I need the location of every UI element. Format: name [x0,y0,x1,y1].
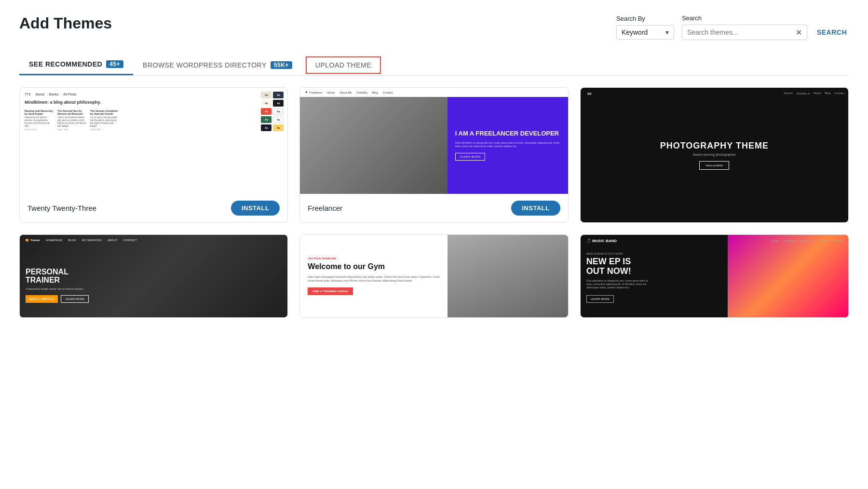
tt3-swatch-row-5: Aa Aa [261,124,284,131]
trainer-learn-btn[interactable]: LEARN MORE [61,295,89,303]
page-wrapper: Add Themes Search By Keyword ▾ Search ✕ … [0,0,868,489]
theme-card-twenty-twenty-three: TT3 About Books All Posts Mindblown: a b… [19,87,288,223]
book-3: The Human Condition by Hannah Arendt I t… [90,109,119,131]
rb-nav-contact: Contact [832,239,842,243]
freelancer-nav-home: Home [327,91,335,94]
tt3-swatch-row-1: Aa Aa [261,92,284,98]
freelancer-logo: ✦Freelance [305,90,322,95]
gym-photo [448,235,568,317]
photography-portfolio-btn[interactable]: View portfolio [699,161,729,170]
search-input[interactable] [682,25,791,40]
photo-nav-about: About [814,92,821,95]
trainer-nav-homepage: HOMEPAGE [46,239,62,242]
swatch-9: Aa [261,124,271,131]
keyword-select[interactable]: Keyword ▾ [616,25,674,40]
theme-info-trainer: Personal Trainer INSTALL [20,317,287,318]
trainer-logo-dot [26,239,28,242]
search-by-group: Search By Keyword ▾ [616,15,674,40]
search-button[interactable]: SEARCH [815,28,849,40]
gym-overline: SECTION OVERLINE [308,257,439,260]
book-2-desc: I feel a cold northern breeze play upon … [57,116,86,127]
tab-directory-badge: 55K+ [271,61,292,69]
theme-preview-freelancer: ✦Freelance Home About Me Portfolio Blog … [300,88,568,194]
rockband-description: Click edit button to change this text. L… [586,279,654,289]
trainer-headline: PERSONALTRAINER [26,268,89,285]
trainer-nav: Trainer HOMEPAGE BLOG MY SERVICES ABOUT … [20,239,287,242]
trainer-cta-buttons: BOOK A SERVICE LEARN MORE [26,295,89,303]
tab-recommended-badge: 45+ [106,60,123,68]
rb-nav-home: Home [772,239,779,243]
tab-upload-label: UPLOAD THEME [315,61,371,69]
theme-card-rock-band: 🎵 MUSIC BAND Home Our Story Discography … [580,234,849,318]
freelancer-description: Click edit button to change this text. L… [455,141,560,148]
gym-find-group-btn[interactable]: FIND A TRAINING GROUP [308,287,353,295]
rockband-learn-more-btn[interactable]: LEARN MORE [586,295,614,303]
tab-upload-theme[interactable]: UPLOAD THEME [306,56,381,74]
gym-bg-img [448,235,568,317]
theme-name-freelancer: Freelancer [308,204,342,212]
tt3-nav-books: Books [49,93,58,96]
rockband-logo: 🎵 MUSIC BAND [586,239,617,243]
gym-text-panel: SECTION OVERLINE Welcome to our Gym Kale… [300,235,447,317]
theme-info-rockband: Rock Band INSTALL [581,317,848,318]
keyword-value: Keyword [622,28,648,36]
trainer-nav-about: ABOUT [108,239,118,242]
install-button-freelancer[interactable]: INSTALL [511,201,560,216]
install-button-tt3[interactable]: INSTALL [231,201,280,216]
photo-nav-portfolio: Portfolio ▾ [797,92,810,95]
photo-nav-contact: Contact [834,92,844,95]
rockband-subheading: NEW ALBUM IS OUT NOW! [586,252,654,255]
rockband-nav: 🎵 MUSIC BAND Home Our Story Discography … [581,239,848,243]
trainer-logo: Trainer [26,239,40,242]
search-input-wrap: ✕ [682,25,807,40]
tab-recommended-label: SEE RECOMMENDED [29,60,102,68]
tab-directory[interactable]: BROWSE WORDPRESS DIRECTORY 55K+ [133,55,302,75]
book-1-desc: Inspired by this wind of promise, my day… [25,116,54,127]
swatch-2: Aa [273,92,284,98]
clear-search-button[interactable]: ✕ [791,28,807,37]
book-1-date: Sept 10, 2021 [25,128,54,131]
swatch-10: Aa [273,124,284,131]
search-input-label: Search [682,14,807,22]
gym-description: Kale chips knausgaard mustache blog fash… [308,275,439,283]
photography-subheadline: Award winning photographer [693,153,736,156]
tt3-nav: TT3 About Books All Posts [25,93,283,96]
swatch-1: Aa [261,92,271,98]
trainer-nav-blog: BLOG [68,239,76,242]
swatch-5: Aa [261,108,271,115]
trainer-book-btn[interactable]: BOOK A SERVICE [26,295,58,303]
freelancer-nav-blog: Blog [372,91,378,94]
themes-grid: TT3 About Books All Posts Mindblown: a b… [19,87,849,318]
tt3-nav-posts: All Posts [63,93,76,96]
freelancer-learn-more-btn[interactable]: LEARN MORE [455,153,486,161]
tt3-book-list: Naming and Necessity by Saul Kripke Insp… [25,109,283,131]
freelancer-photo [300,96,447,194]
book-2-title: The Second Sex by Simone de Beauvoir [57,109,86,115]
gym-headline: Welcome to our Gym [308,262,439,271]
photography-headline: PHOTOGRAPHY THEME [660,141,769,151]
tt3-nav-brand: TT3 [25,93,30,96]
swatch-7: Aa [261,116,271,123]
search-area: Search By Keyword ▾ Search ✕ SEARCH [616,14,849,40]
search-input-group: Search ✕ [682,14,807,40]
theme-preview-trainer: Trainer HOMEPAGE BLOG MY SERVICES ABOUT … [20,235,287,317]
search-by-label: Search By [616,15,674,22]
rb-nav-news: News [821,239,828,243]
freelancer-nav-portfolio: Portfolio [357,91,367,94]
swatch-6: Aa [273,108,284,115]
tt3-swatch-row-2: Aa Aa [261,100,284,107]
header: Add Themes Search By Keyword ▾ Search ✕ … [19,14,849,40]
freelancer-topnav: ✦Freelance Home About Me Portfolio Blog … [300,88,568,97]
theme-card-freelancer: ✦Freelance Home About Me Portfolio Blog … [299,87,568,223]
rb-nav-discography: Discography ▾ [799,239,817,243]
rockband-content: NEW ALBUM IS OUT NOW! NEW EP ISOUT NOW! … [586,252,654,303]
book-3-desc: I try in vain to be persuaded that the p… [90,116,119,127]
tab-recommended[interactable]: SEE RECOMMENDED 45+ [19,54,133,75]
trainer-nav-contact: CONTACT [123,239,137,242]
photo-nav-search: Search [784,92,793,95]
theme-info-freelancer: Freelancer INSTALL [300,194,568,222]
photo-nav-blog: Blog [825,92,830,95]
rockband-headline: NEW EP ISOUT NOW! [586,257,654,276]
book-3-date: Sept 6, 2021 [90,128,119,131]
tt3-hero-text: Mindblown: a blog about philosophy. [25,100,283,105]
